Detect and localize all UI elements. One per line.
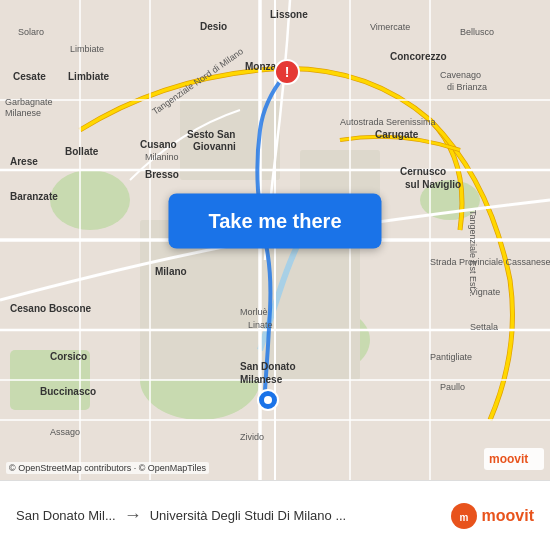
svg-text:Tangenziale Est Est...: Tangenziale Est Est... [468,210,478,297]
svg-text:Linate: Linate [248,320,273,330]
svg-text:Concorezzo: Concorezzo [390,51,447,62]
svg-text:Bresso: Bresso [145,169,179,180]
svg-text:Zivido: Zivido [240,432,264,442]
svg-text:Autostrada Serenissima: Autostrada Serenissima [340,117,436,127]
take-me-there-button[interactable]: Take me there [168,193,381,248]
svg-text:Carugate: Carugate [375,129,419,140]
map-attribution: © OpenStreetMap contributors · © OpenMap… [6,462,209,474]
svg-text:Milano: Milano [155,266,187,277]
svg-text:Milanese: Milanese [5,108,41,118]
route-info: San Donato Mil... → Università Degli Stu… [16,505,450,526]
svg-text:Sesto San: Sesto San [187,129,235,140]
footer-bar: San Donato Mil... → Università Degli Stu… [0,480,550,550]
svg-text:Desio: Desio [200,21,227,32]
svg-text:Lissone: Lissone [270,9,308,20]
svg-text:Strada Provinciale Cassanese: Strada Provinciale Cassanese [430,257,550,267]
moovit-logo-icon: m [450,502,478,530]
svg-point-66 [264,396,272,404]
svg-text:Corsico: Corsico [50,351,87,362]
destination-label: Università Degli Studi Di Milano ... [150,508,347,523]
origin-label: San Donato Mil... [16,508,116,523]
svg-text:Cusano: Cusano [140,139,177,150]
svg-text:sul Naviglio: sul Naviglio [405,179,461,190]
app-container: Solaro Limbiate Cesate Limbiate Garbagna… [0,0,550,550]
svg-text:Bellusco: Bellusco [460,27,494,37]
svg-text:Cesano Boscone: Cesano Boscone [10,303,92,314]
svg-text:Cernusco: Cernusco [400,166,446,177]
svg-text:Cavenago: Cavenago [440,70,481,80]
moovit-logo-text: moovit [482,507,534,525]
svg-text:Milanino: Milanino [145,152,179,162]
svg-text:Garbagnate: Garbagnate [5,97,53,107]
moovit-logo: m moovit [450,502,534,530]
moovit-watermark: moovit [484,448,544,474]
svg-text:moovit: moovit [489,452,528,466]
svg-text:Assago: Assago [50,427,80,437]
svg-text:Cesate: Cesate [13,71,46,82]
svg-text:Baranzate: Baranzate [10,191,58,202]
svg-text:Paullo: Paullo [440,382,465,392]
arrow-icon: → [124,505,142,526]
svg-text:San Donato: San Donato [240,361,296,372]
svg-text:Settala: Settala [470,322,498,332]
svg-text:!: ! [285,64,290,80]
svg-text:Giovanni: Giovanni [193,141,236,152]
svg-text:Limbiate: Limbiate [70,44,104,54]
svg-text:Bollate: Bollate [65,146,99,157]
svg-text:m: m [459,512,468,523]
svg-text:Morluè: Morluè [240,307,268,317]
svg-text:Vimercate: Vimercate [370,22,410,32]
svg-text:Pantigliate: Pantigliate [430,352,472,362]
svg-text:Solaro: Solaro [18,27,44,37]
svg-text:Buccinasco: Buccinasco [40,386,96,397]
svg-text:Milanese: Milanese [240,374,283,385]
svg-text:Arese: Arese [10,156,38,167]
map-area: Solaro Limbiate Cesate Limbiate Garbagna… [0,0,550,480]
svg-text:Monza: Monza [245,61,277,72]
svg-text:Limbiate: Limbiate [68,71,110,82]
svg-text:di Brianza: di Brianza [447,82,487,92]
svg-point-3 [50,170,130,230]
